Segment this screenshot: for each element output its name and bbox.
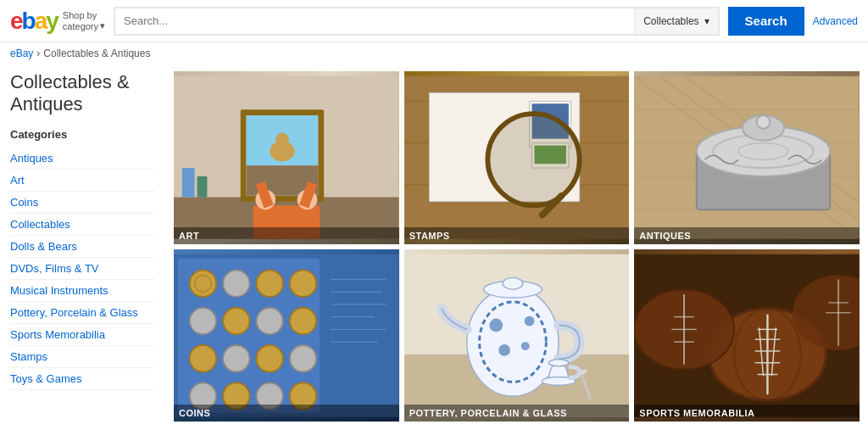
breadcrumb-current: Collectables & Antiques xyxy=(43,47,150,59)
svg-point-44 xyxy=(757,115,771,129)
grid-item-stamps[interactable]: STAMPS xyxy=(404,71,630,244)
sidebar-item-dvds[interactable]: DVDs, Films & TV xyxy=(10,258,155,280)
ebay-logo[interactable]: ebay xyxy=(10,9,58,33)
svg-point-53 xyxy=(223,307,249,333)
advanced-search-link[interactable]: Advanced xyxy=(813,15,858,27)
svg-point-80 xyxy=(503,277,523,289)
breadcrumb: eBay › Collectables & Antiques xyxy=(0,42,868,64)
svg-point-57 xyxy=(223,345,249,371)
svg-point-58 xyxy=(256,345,282,371)
svg-point-52 xyxy=(190,307,216,333)
dropdown-arrow-icon: ▾ xyxy=(704,15,709,27)
sidebar-item-coins[interactable]: Coins xyxy=(10,192,155,214)
svg-point-10 xyxy=(275,133,289,147)
sports-label: SPORTS MEMORABILIA xyxy=(634,405,860,422)
category-grid: ART xyxy=(174,71,860,422)
category-selected-label: Collectables xyxy=(643,15,698,27)
page-title: Collectables & Antiques xyxy=(10,71,155,116)
sidebar-item-art[interactable]: Art xyxy=(10,170,155,192)
grid-item-antiques[interactable]: ANTIQUES xyxy=(634,71,860,244)
svg-point-59 xyxy=(290,345,316,371)
stamps-label: STAMPS xyxy=(404,227,630,244)
main-content: Collectables & Antiques Categories Antiq… xyxy=(0,64,868,428)
grid-item-sports[interactable]: SPORTS MEMORABILIA xyxy=(634,249,860,422)
search-bar: Collectables ▾ xyxy=(114,7,720,36)
sidebar-item-toys[interactable]: Toys & Games xyxy=(10,368,155,390)
sidebar: Collectables & Antiques Categories Antiq… xyxy=(0,64,165,428)
shop-by-sub-label: category xyxy=(63,21,98,31)
chevron-down-icon: ▾ xyxy=(100,20,105,31)
grid-item-pottery[interactable]: POTTERY, PORCELAIN & GLASS xyxy=(404,249,630,422)
antiques-label: ANTIQUES xyxy=(634,227,860,244)
svg-point-56 xyxy=(190,345,216,371)
header: ebay Shop by category ▾ Collectables ▾ S… xyxy=(0,0,868,42)
svg-point-50 xyxy=(256,270,282,296)
svg-point-75 xyxy=(489,318,503,332)
svg-point-78 xyxy=(520,342,529,350)
grid-item-art[interactable]: ART xyxy=(174,71,399,244)
grid-item-coins[interactable]: COINS xyxy=(174,249,399,422)
breadcrumb-separator: › xyxy=(36,47,40,59)
svg-rect-4 xyxy=(198,176,208,198)
svg-point-77 xyxy=(498,344,510,356)
svg-point-49 xyxy=(223,270,249,296)
coins-label: COINS xyxy=(174,405,399,422)
svg-rect-3 xyxy=(182,168,195,197)
svg-point-54 xyxy=(256,307,282,333)
sidebar-item-sports[interactable]: Sports Memorabilia xyxy=(10,324,155,346)
sidebar-item-collectables[interactable]: Collectables xyxy=(10,214,155,236)
svg-point-76 xyxy=(524,316,534,326)
sidebar-item-antiques[interactable]: Antiques xyxy=(10,148,155,170)
sidebar-item-dolls-bears[interactable]: Dolls & Bears xyxy=(10,236,155,258)
svg-point-81 xyxy=(548,359,569,366)
shop-by-category[interactable]: Shop by category ▾ xyxy=(63,10,105,31)
svg-point-51 xyxy=(290,270,316,296)
shop-by-label: Shop by xyxy=(63,10,105,20)
sidebar-item-stamps[interactable]: Stamps xyxy=(10,346,155,368)
sidebar-item-pottery[interactable]: Pottery, Porcelain & Glass xyxy=(10,302,155,324)
search-input[interactable] xyxy=(115,8,634,34)
sidebar-item-musical-instruments[interactable]: Musical Instruments xyxy=(10,280,155,302)
pottery-label: POTTERY, PORCELAIN & GLASS xyxy=(404,405,630,422)
grid-area: ART xyxy=(165,64,868,428)
categories-heading: Categories xyxy=(10,128,155,141)
art-label: ART xyxy=(174,227,399,244)
breadcrumb-home[interactable]: eBay xyxy=(10,47,33,59)
search-button[interactable]: Search xyxy=(728,7,804,36)
category-dropdown[interactable]: Collectables ▾ xyxy=(634,8,717,34)
svg-rect-108 xyxy=(634,254,860,416)
svg-point-27 xyxy=(490,116,576,203)
svg-point-47 xyxy=(190,270,216,296)
svg-point-55 xyxy=(290,307,316,333)
logo-area: ebay Shop by category ▾ xyxy=(10,9,105,33)
